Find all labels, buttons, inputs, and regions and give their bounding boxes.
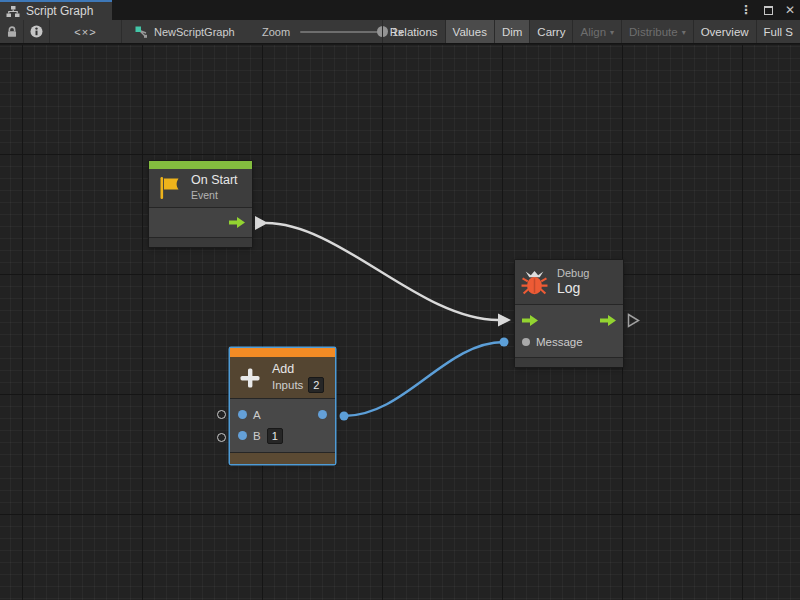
window-controls: ⋮ ✕ — [740, 0, 795, 20]
lock-button[interactable] — [0, 20, 24, 43]
lock-icon — [5, 25, 19, 39]
node-on-start[interactable]: On Start Event — [149, 161, 252, 247]
graph-name-breadcrumb[interactable]: NewScriptGraph — [134, 20, 235, 43]
result-output-port[interactable] — [318, 410, 327, 419]
graph-toolbar: <×> NewScriptGraph Zoom 1x Relations Val… — [0, 20, 800, 44]
values-button[interactable]: Values — [445, 20, 494, 43]
port-b-label: B — [253, 430, 261, 442]
script-graph-window: Script Graph ⋮ ✕ <×> — [0, 0, 800, 600]
toolbar-toggle-group: Relations Values Dim Carry Align ▾ Distr… — [382, 20, 800, 43]
maximize-icon[interactable] — [764, 6, 773, 15]
overview-button[interactable]: Overview — [693, 20, 756, 43]
node-title: On Start — [191, 173, 238, 189]
message-port-label: Message — [536, 336, 583, 348]
info-icon — [30, 25, 43, 38]
add-color-bar — [230, 348, 335, 357]
message-value-port[interactable] — [522, 338, 530, 346]
value-connection-cable[interactable] — [344, 342, 504, 416]
connection-layer — [0, 45, 800, 600]
on-start-footer — [149, 237, 252, 247]
node-title: Log — [557, 280, 589, 298]
tab-strip: Script Graph ⋮ ✕ — [0, 0, 800, 20]
port-a-input[interactable] — [238, 410, 247, 419]
add-footer — [230, 452, 335, 464]
add-header: Add Inputs 2 — [230, 357, 335, 398]
window-menu-icon[interactable]: ⋮ — [740, 4, 752, 16]
relations-button[interactable]: Relations — [382, 20, 445, 43]
plus-icon — [238, 366, 262, 390]
info-button[interactable] — [24, 20, 50, 43]
on-start-flow-out-port[interactable] — [255, 216, 268, 230]
tab-script-graph[interactable]: Script Graph — [0, 0, 112, 20]
event-color-bar — [149, 161, 252, 169]
port-b-row: B 1 — [230, 425, 335, 446]
port-b-value-field[interactable]: 1 — [267, 428, 283, 444]
flow-connection-cable[interactable] — [266, 223, 498, 320]
port-a-row: A — [230, 404, 335, 425]
align-dropdown[interactable]: Align ▾ — [572, 20, 621, 43]
node-title: Add — [272, 362, 324, 378]
debug-log-header: Debug Log — [515, 260, 623, 304]
tab-title: Script Graph — [26, 4, 93, 18]
port-b-input[interactable] — [238, 431, 247, 440]
code-icon: <×> — [74, 26, 96, 38]
chevron-down-icon: ▾ — [610, 28, 614, 37]
full-screen-button[interactable]: Full S — [756, 20, 800, 43]
node-debug-log[interactable]: Debug Log Message — [515, 260, 623, 367]
flow-cable-arrowhead — [498, 314, 511, 327]
flow-input-arrow-icon[interactable] — [522, 315, 538, 326]
carry-button[interactable]: Carry — [529, 20, 572, 43]
zoom-slider-track[interactable] — [300, 31, 382, 33]
bug-icon — [521, 269, 548, 296]
node-category: Debug — [557, 266, 589, 280]
close-icon[interactable]: ✕ — [785, 4, 795, 16]
flow-ports-row — [515, 309, 623, 331]
distribute-dropdown[interactable]: Distribute ▾ — [621, 20, 693, 43]
port-a-external-connector[interactable] — [217, 410, 226, 419]
inputs-count-stepper[interactable]: 2 — [308, 377, 324, 393]
on-start-header: On Start Event — [149, 169, 252, 207]
port-b-external-connector[interactable] — [217, 433, 226, 442]
graph-hierarchy-icon — [6, 5, 20, 18]
flow-output-arrow-icon[interactable] — [229, 217, 245, 228]
dim-button[interactable]: Dim — [494, 20, 529, 43]
chevron-down-icon: ▾ — [682, 28, 686, 37]
graph-name-label: NewScriptGraph — [154, 26, 235, 38]
graph-canvas[interactable]: On Start Event — [0, 45, 800, 600]
inputs-label: Inputs — [272, 378, 303, 393]
script-graph-asset-icon — [134, 25, 148, 39]
value-cable-start-dot — [340, 412, 349, 421]
code-view-button[interactable]: <×> — [50, 20, 122, 43]
node-subtitle: Event — [191, 189, 238, 203]
flag-icon — [157, 175, 181, 201]
flow-output-row — [149, 208, 252, 237]
zoom-label: Zoom — [262, 20, 290, 43]
flow-output-arrow-icon[interactable] — [600, 315, 616, 326]
debug-log-footer — [515, 357, 623, 367]
node-add[interactable]: Add Inputs 2 A B 1 — [230, 348, 335, 464]
message-input-row: Message — [515, 331, 623, 353]
value-cable-end-dot — [500, 338, 509, 347]
debug-log-flow-out-port[interactable] — [627, 313, 640, 328]
port-a-label: A — [253, 409, 261, 421]
